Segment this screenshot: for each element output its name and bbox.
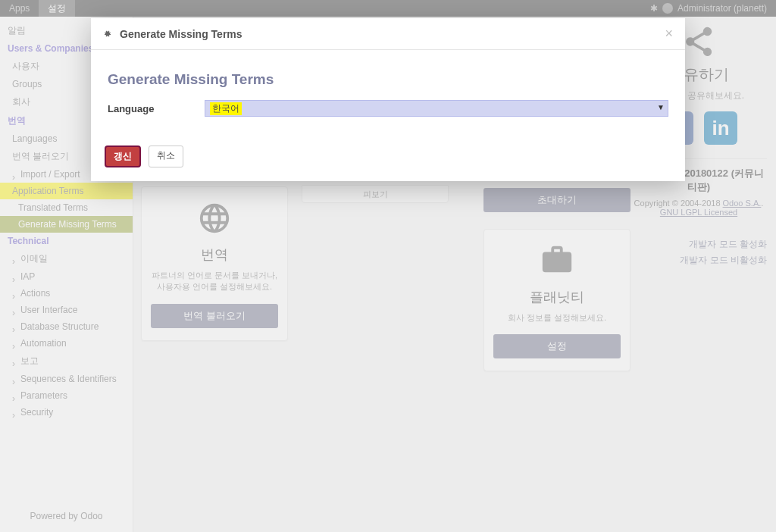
modal-generate-missing-terms: Generate Missing Terms × Generate Missin…: [91, 18, 685, 181]
chevron-down-icon: ▼: [657, 103, 665, 111]
modal-title: Generate Missing Terms: [120, 28, 242, 40]
bug-icon: [103, 30, 112, 39]
close-icon[interactable]: ×: [665, 26, 673, 42]
modal-heading: Generate Missing Terms: [108, 71, 668, 88]
cancel-button[interactable]: 취소: [149, 146, 183, 167]
language-select[interactable]: 한국어 ▼: [205, 100, 668, 117]
update-button[interactable]: 갱신: [105, 146, 141, 167]
language-label: Language: [108, 103, 205, 114]
modal-overlay: Generate Missing Terms × Generate Missin…: [0, 0, 776, 532]
language-value: 한국어: [210, 102, 242, 115]
